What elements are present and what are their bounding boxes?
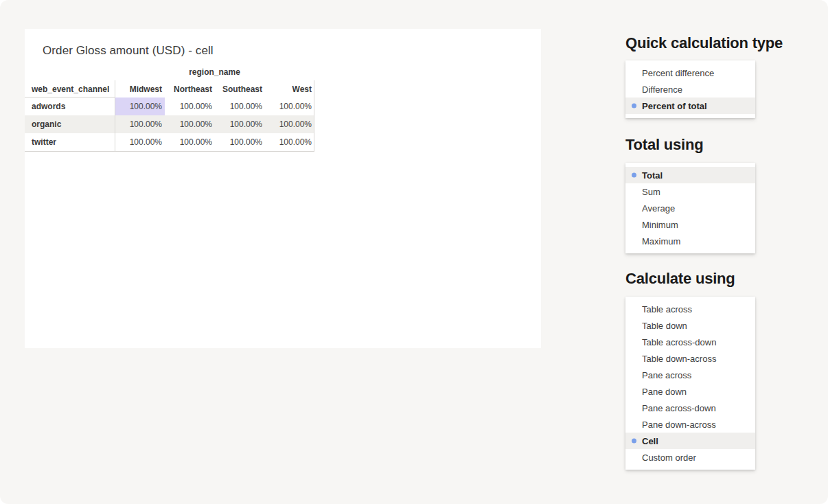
column-header-midwest: Midwest bbox=[115, 81, 165, 98]
table-cell-twitter-northeast[interactable]: 100.00% bbox=[165, 133, 215, 151]
section-heading-calculate-using: Calculate using bbox=[625, 270, 735, 288]
section-heading-total-using: Total using bbox=[625, 136, 704, 154]
column-group-header: region_name bbox=[115, 67, 314, 77]
option-label: Difference bbox=[642, 84, 682, 95]
option-total[interactable]: Total bbox=[625, 167, 755, 183]
option-label: Table down bbox=[642, 321, 687, 331]
option-percent-difference[interactable]: Percent difference bbox=[625, 65, 755, 81]
option-minimum[interactable]: Minimum bbox=[625, 216, 755, 233]
selected-indicator-dot bbox=[632, 104, 636, 108]
option-label: Percent difference bbox=[642, 68, 714, 78]
pivot-table: region_name web_event_channel Midwest No… bbox=[25, 67, 314, 152]
option-label: Percent of total bbox=[642, 101, 707, 111]
option-label: Pane down bbox=[642, 387, 687, 397]
option-maximum[interactable]: Maximum bbox=[625, 233, 755, 249]
row-label-adwords: adwords bbox=[25, 98, 115, 115]
option-sum[interactable]: Sum bbox=[625, 183, 755, 200]
option-custom-order[interactable]: Custom order bbox=[625, 449, 755, 466]
report-title: Order Gloss amount (USD) - cell bbox=[43, 44, 214, 58]
table-grid: web_event_channel Midwest Northeast Sout… bbox=[25, 81, 314, 151]
option-label: Total bbox=[642, 170, 663, 181]
option-label: Maximum bbox=[642, 236, 680, 247]
option-pane-down[interactable]: Pane down bbox=[625, 383, 755, 400]
table-vertical-divider-right bbox=[314, 80, 314, 152]
option-pane-down-across[interactable]: Pane down-across bbox=[625, 416, 755, 433]
column-header-northeast: Northeast bbox=[165, 81, 215, 98]
option-label: Table across-down bbox=[642, 337, 716, 347]
row-dimension-header: web_event_channel bbox=[25, 81, 115, 98]
option-label: Sum bbox=[642, 187, 660, 197]
row-label-twitter: twitter bbox=[25, 133, 115, 151]
option-label: Pane across bbox=[642, 370, 691, 380]
selected-indicator-dot bbox=[632, 439, 636, 444]
report-card: Order Gloss amount (USD) - cell region_n… bbox=[25, 29, 541, 348]
quick-calculation-type-menu: Percent difference Difference Percent of… bbox=[625, 60, 755, 118]
table-cell-twitter-southeast[interactable]: 100.00% bbox=[215, 133, 265, 151]
option-pane-across-down[interactable]: Pane across-down bbox=[625, 400, 755, 416]
table-vertical-divider-left bbox=[115, 80, 115, 152]
table-cell-organic-west[interactable]: 100.00% bbox=[265, 115, 314, 133]
row-label-organic: organic bbox=[25, 115, 115, 133]
header-underline bbox=[25, 97, 115, 98]
option-cell[interactable]: Cell bbox=[625, 433, 755, 449]
option-table-down-across[interactable]: Table down-across bbox=[625, 350, 755, 367]
table-cell-adwords-midwest highlighted-cell[interactable]: 100.00% bbox=[115, 98, 165, 115]
option-label: Minimum bbox=[642, 220, 678, 230]
option-table-across[interactable]: Table across bbox=[625, 301, 755, 317]
option-label: Average bbox=[642, 203, 675, 214]
option-percent-of-total[interactable]: Percent of total bbox=[625, 98, 755, 114]
option-label: Table down-across bbox=[642, 354, 716, 364]
option-table-across-down[interactable]: Table across-down bbox=[625, 334, 755, 350]
selected-indicator-dot bbox=[632, 173, 636, 178]
table-bottom-border bbox=[25, 151, 314, 152]
table-cell-adwords-northeast[interactable]: 100.00% bbox=[165, 98, 215, 115]
option-label: Custom order bbox=[642, 453, 696, 463]
table-cell-organic-southeast[interactable]: 100.00% bbox=[215, 115, 265, 133]
option-label: Pane across-down bbox=[642, 403, 716, 413]
option-table-down[interactable]: Table down bbox=[625, 317, 755, 334]
column-header-southeast: Southeast bbox=[215, 81, 265, 98]
total-using-menu: Total Sum Average Minimum Maximum bbox=[625, 163, 755, 253]
column-header-west: West bbox=[265, 81, 314, 98]
table-cell-twitter-midwest[interactable]: 100.00% bbox=[115, 133, 165, 151]
table-cell-organic-midwest[interactable]: 100.00% bbox=[115, 115, 165, 133]
section-heading-quick-calculation-type: Quick calculation type bbox=[625, 34, 783, 52]
table-cell-adwords-west[interactable]: 100.00% bbox=[265, 98, 314, 115]
table-cell-adwords-southeast[interactable]: 100.00% bbox=[215, 98, 265, 115]
calculate-using-menu: Table across Table down Table across-dow… bbox=[625, 297, 755, 470]
app-page: Order Gloss amount (USD) - cell region_n… bbox=[0, 0, 828, 504]
option-pane-across[interactable]: Pane across bbox=[625, 367, 755, 383]
option-label: Table across bbox=[642, 304, 692, 314]
option-difference[interactable]: Difference bbox=[625, 81, 755, 98]
option-label: Pane down-across bbox=[642, 420, 716, 430]
table-cell-twitter-west[interactable]: 100.00% bbox=[265, 133, 314, 151]
option-label: Cell bbox=[642, 436, 658, 446]
option-average[interactable]: Average bbox=[625, 200, 755, 216]
table-cell-organic-northeast[interactable]: 100.00% bbox=[165, 115, 215, 133]
